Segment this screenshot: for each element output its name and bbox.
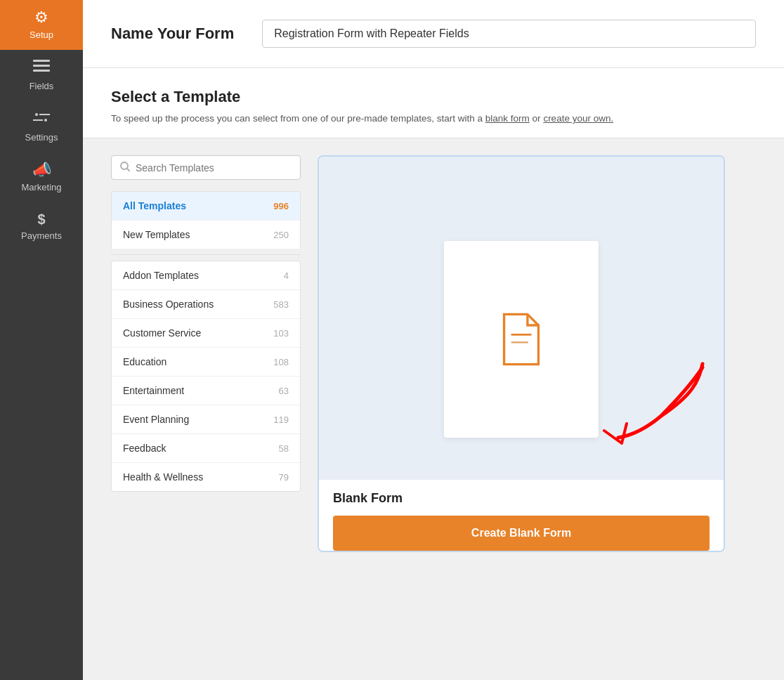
sidebar-item-payments-label: Payments xyxy=(21,230,62,241)
category-education[interactable]: Education 108 xyxy=(112,348,300,377)
education-count: 108 xyxy=(273,357,289,367)
category-health-wellness[interactable]: Health & Wellness 79 xyxy=(112,463,300,491)
health-count: 79 xyxy=(279,472,289,483)
main-content: Name Your Form Select a Template To spee… xyxy=(83,0,784,680)
select-template-desc: To speed up the process you can select f… xyxy=(111,113,756,124)
sidebar-item-fields-label: Fields xyxy=(30,81,54,91)
all-templates-label: All Templates xyxy=(123,200,186,211)
sidebar-item-settings[interactable]: Settings xyxy=(0,101,83,152)
name-form-section: Name Your Form xyxy=(83,0,784,68)
right-panel: ♡ xyxy=(318,155,756,663)
addon-label: Addon Templates xyxy=(123,270,199,281)
svg-rect-2 xyxy=(33,70,50,72)
svg-rect-0 xyxy=(33,60,50,62)
health-label: Health & Wellness xyxy=(123,471,203,483)
create-blank-form-button[interactable]: Create Blank Form xyxy=(333,516,710,551)
new-templates-count: 250 xyxy=(273,230,289,240)
customer-label: Customer Service xyxy=(123,327,201,339)
blank-form-link[interactable]: blank form xyxy=(485,113,530,124)
category-new-templates[interactable]: New Templates 250 xyxy=(112,221,300,249)
secondary-category-list: Addon Templates 4 Business Operations 58… xyxy=(111,261,301,492)
category-event-planning[interactable]: Event Planning 119 xyxy=(112,405,300,434)
marketing-icon: 📣 xyxy=(32,162,51,178)
sidebar-item-marketing-label: Marketing xyxy=(21,182,61,192)
create-own-link[interactable]: create your own. xyxy=(543,113,613,124)
feedback-count: 58 xyxy=(279,443,289,454)
entertainment-count: 63 xyxy=(279,386,289,396)
card-preview xyxy=(319,157,724,480)
select-template-section: Select a Template To speed up the proces… xyxy=(83,68,784,138)
sidebar-item-setup-label: Setup xyxy=(30,30,53,40)
new-templates-label: New Templates xyxy=(123,229,190,240)
search-box xyxy=(111,155,301,180)
event-count: 119 xyxy=(273,414,289,425)
card-title: Blank Form xyxy=(333,491,710,506)
sidebar-item-fields[interactable]: Fields xyxy=(0,50,83,101)
svg-rect-1 xyxy=(33,65,50,67)
business-label: Business Operations xyxy=(123,299,214,310)
setup-icon: ⚙ xyxy=(34,10,48,25)
template-card: ♡ xyxy=(318,155,725,552)
sidebar-item-payments[interactable]: $ Payments xyxy=(0,202,83,251)
settings-icon xyxy=(33,111,50,128)
select-template-title: Select a Template xyxy=(111,88,756,106)
sidebar-item-marketing[interactable]: 📣 Marketing xyxy=(0,152,83,202)
svg-point-4 xyxy=(35,113,38,116)
category-entertainment[interactable]: Entertainment 63 xyxy=(112,377,300,405)
left-panel: All Templates 996 New Templates 250 Addo… xyxy=(111,155,301,663)
addon-count: 4 xyxy=(284,270,289,281)
form-preview-inner xyxy=(444,241,599,438)
svg-line-9 xyxy=(127,169,130,171)
template-area: All Templates 996 New Templates 250 Addo… xyxy=(83,138,784,680)
category-all-templates[interactable]: All Templates 996 xyxy=(112,192,300,221)
search-icon xyxy=(120,162,130,174)
blank-form-document-icon xyxy=(496,311,547,367)
category-business-operations[interactable]: Business Operations 583 xyxy=(112,290,300,319)
feedback-label: Feedback xyxy=(123,443,166,454)
education-label: Education xyxy=(123,356,166,367)
search-input[interactable] xyxy=(136,162,292,174)
svg-point-6 xyxy=(44,119,47,122)
customer-count: 103 xyxy=(273,328,289,339)
all-templates-count: 996 xyxy=(273,201,289,211)
primary-category-list: All Templates 996 New Templates 250 xyxy=(111,191,301,249)
category-feedback[interactable]: Feedback 58 xyxy=(112,434,300,463)
fields-icon xyxy=(33,60,50,77)
category-customer-service[interactable]: Customer Service 103 xyxy=(112,319,300,348)
card-footer: Blank Form Create Blank Form xyxy=(319,480,724,551)
category-addon-templates[interactable]: Addon Templates 4 xyxy=(112,261,300,290)
entertainment-label: Entertainment xyxy=(123,385,184,396)
event-label: Event Planning xyxy=(123,414,189,425)
form-name-input[interactable] xyxy=(262,20,756,48)
sidebar-item-settings-label: Settings xyxy=(25,132,58,143)
payments-icon: $ xyxy=(37,212,45,226)
sidebar-item-setup[interactable]: ⚙ Setup xyxy=(0,0,83,50)
business-count: 583 xyxy=(273,299,289,310)
sidebar: ⚙ Setup Fields Settings 📣 Marketing xyxy=(0,0,83,680)
name-form-label: Name Your Form xyxy=(111,25,234,43)
